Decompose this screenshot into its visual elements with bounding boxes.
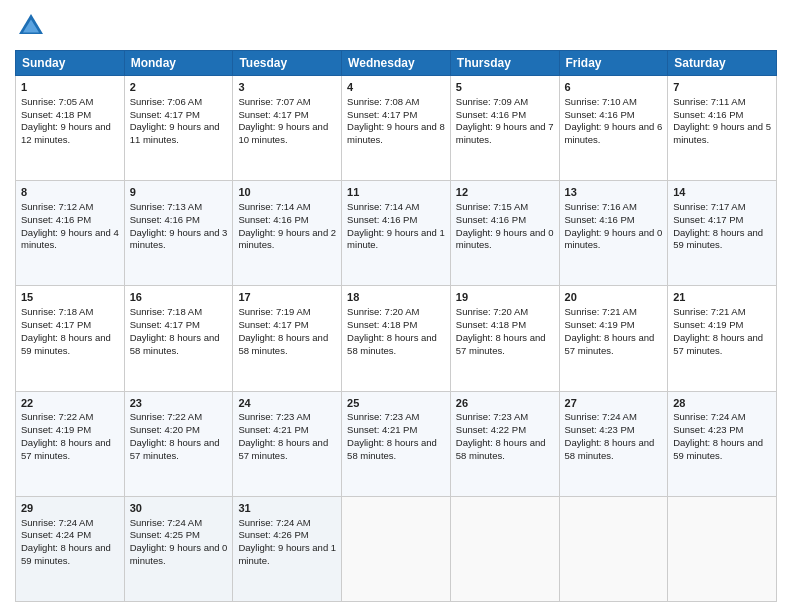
calendar-cell: 14Sunrise: 7:17 AMSunset: 4:17 PMDayligh… <box>668 181 777 286</box>
day-header-thursday: Thursday <box>450 51 559 76</box>
calendar-cell: 27Sunrise: 7:24 AMSunset: 4:23 PMDayligh… <box>559 391 668 496</box>
logo <box>15 10 51 42</box>
calendar-cell: 18Sunrise: 7:20 AMSunset: 4:18 PMDayligh… <box>342 286 451 391</box>
calendar-cell: 16Sunrise: 7:18 AMSunset: 4:17 PMDayligh… <box>124 286 233 391</box>
day-number: 24 <box>238 396 336 411</box>
day-number: 30 <box>130 501 228 516</box>
calendar-cell: 3Sunrise: 7:07 AMSunset: 4:17 PMDaylight… <box>233 76 342 181</box>
calendar-cell: 24Sunrise: 7:23 AMSunset: 4:21 PMDayligh… <box>233 391 342 496</box>
logo-icon <box>15 10 47 42</box>
calendar-cell: 30Sunrise: 7:24 AMSunset: 4:25 PMDayligh… <box>124 496 233 601</box>
calendar-cell: 8Sunrise: 7:12 AMSunset: 4:16 PMDaylight… <box>16 181 125 286</box>
calendar-cell: 4Sunrise: 7:08 AMSunset: 4:17 PMDaylight… <box>342 76 451 181</box>
calendar-cell: 22Sunrise: 7:22 AMSunset: 4:19 PMDayligh… <box>16 391 125 496</box>
calendar-week-4: 22Sunrise: 7:22 AMSunset: 4:19 PMDayligh… <box>16 391 777 496</box>
day-number: 18 <box>347 290 445 305</box>
calendar-cell: 13Sunrise: 7:16 AMSunset: 4:16 PMDayligh… <box>559 181 668 286</box>
day-number: 20 <box>565 290 663 305</box>
day-number: 21 <box>673 290 771 305</box>
calendar-cell: 12Sunrise: 7:15 AMSunset: 4:16 PMDayligh… <box>450 181 559 286</box>
calendar-week-2: 8Sunrise: 7:12 AMSunset: 4:16 PMDaylight… <box>16 181 777 286</box>
day-number: 27 <box>565 396 663 411</box>
calendar-cell: 31Sunrise: 7:24 AMSunset: 4:26 PMDayligh… <box>233 496 342 601</box>
header <box>15 10 777 42</box>
day-header-sunday: Sunday <box>16 51 125 76</box>
calendar-body: 1Sunrise: 7:05 AMSunset: 4:18 PMDaylight… <box>16 76 777 602</box>
day-number: 4 <box>347 80 445 95</box>
day-header-tuesday: Tuesday <box>233 51 342 76</box>
calendar-cell: 1Sunrise: 7:05 AMSunset: 4:18 PMDaylight… <box>16 76 125 181</box>
day-number: 8 <box>21 185 119 200</box>
day-header-monday: Monday <box>124 51 233 76</box>
day-number: 14 <box>673 185 771 200</box>
day-number: 3 <box>238 80 336 95</box>
day-number: 31 <box>238 501 336 516</box>
calendar-week-3: 15Sunrise: 7:18 AMSunset: 4:17 PMDayligh… <box>16 286 777 391</box>
day-header-friday: Friday <box>559 51 668 76</box>
calendar-cell: 15Sunrise: 7:18 AMSunset: 4:17 PMDayligh… <box>16 286 125 391</box>
day-number: 13 <box>565 185 663 200</box>
day-number: 7 <box>673 80 771 95</box>
day-number: 25 <box>347 396 445 411</box>
calendar-table: SundayMondayTuesdayWednesdayThursdayFrid… <box>15 50 777 602</box>
day-number: 2 <box>130 80 228 95</box>
day-number: 19 <box>456 290 554 305</box>
calendar-cell: 10Sunrise: 7:14 AMSunset: 4:16 PMDayligh… <box>233 181 342 286</box>
calendar-cell: 19Sunrise: 7:20 AMSunset: 4:18 PMDayligh… <box>450 286 559 391</box>
calendar-cell <box>450 496 559 601</box>
calendar-cell <box>342 496 451 601</box>
day-number: 1 <box>21 80 119 95</box>
page: SundayMondayTuesdayWednesdayThursdayFrid… <box>0 0 792 612</box>
day-number: 10 <box>238 185 336 200</box>
day-header-wednesday: Wednesday <box>342 51 451 76</box>
calendar-cell <box>559 496 668 601</box>
day-number: 9 <box>130 185 228 200</box>
day-number: 29 <box>21 501 119 516</box>
day-number: 17 <box>238 290 336 305</box>
calendar-cell: 6Sunrise: 7:10 AMSunset: 4:16 PMDaylight… <box>559 76 668 181</box>
calendar-cell: 11Sunrise: 7:14 AMSunset: 4:16 PMDayligh… <box>342 181 451 286</box>
day-number: 12 <box>456 185 554 200</box>
calendar-cell: 26Sunrise: 7:23 AMSunset: 4:22 PMDayligh… <box>450 391 559 496</box>
calendar-cell <box>668 496 777 601</box>
day-number: 11 <box>347 185 445 200</box>
calendar-header-row: SundayMondayTuesdayWednesdayThursdayFrid… <box>16 51 777 76</box>
calendar-cell: 29Sunrise: 7:24 AMSunset: 4:24 PMDayligh… <box>16 496 125 601</box>
day-number: 23 <box>130 396 228 411</box>
day-number: 26 <box>456 396 554 411</box>
calendar-week-5: 29Sunrise: 7:24 AMSunset: 4:24 PMDayligh… <box>16 496 777 601</box>
calendar-cell: 9Sunrise: 7:13 AMSunset: 4:16 PMDaylight… <box>124 181 233 286</box>
day-number: 15 <box>21 290 119 305</box>
calendar-cell: 17Sunrise: 7:19 AMSunset: 4:17 PMDayligh… <box>233 286 342 391</box>
calendar-cell: 7Sunrise: 7:11 AMSunset: 4:16 PMDaylight… <box>668 76 777 181</box>
day-number: 16 <box>130 290 228 305</box>
calendar-cell: 25Sunrise: 7:23 AMSunset: 4:21 PMDayligh… <box>342 391 451 496</box>
calendar-cell: 28Sunrise: 7:24 AMSunset: 4:23 PMDayligh… <box>668 391 777 496</box>
calendar-cell: 20Sunrise: 7:21 AMSunset: 4:19 PMDayligh… <box>559 286 668 391</box>
calendar-cell: 2Sunrise: 7:06 AMSunset: 4:17 PMDaylight… <box>124 76 233 181</box>
day-number: 6 <box>565 80 663 95</box>
calendar-week-1: 1Sunrise: 7:05 AMSunset: 4:18 PMDaylight… <box>16 76 777 181</box>
day-header-saturday: Saturday <box>668 51 777 76</box>
calendar-cell: 5Sunrise: 7:09 AMSunset: 4:16 PMDaylight… <box>450 76 559 181</box>
calendar-cell: 23Sunrise: 7:22 AMSunset: 4:20 PMDayligh… <box>124 391 233 496</box>
day-number: 22 <box>21 396 119 411</box>
day-number: 28 <box>673 396 771 411</box>
calendar-cell: 21Sunrise: 7:21 AMSunset: 4:19 PMDayligh… <box>668 286 777 391</box>
day-number: 5 <box>456 80 554 95</box>
